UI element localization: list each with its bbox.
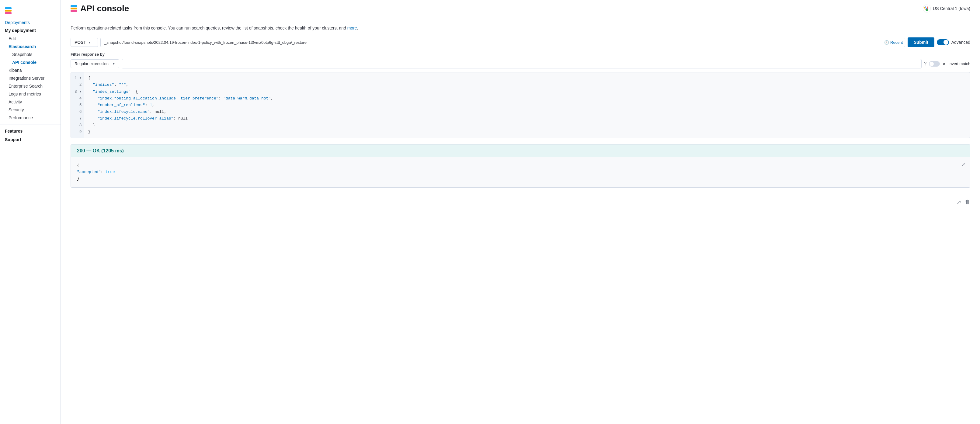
response-section: 200 — OK (1205 ms) { "accepted": true } … <box>70 144 970 187</box>
response-line-3: } <box>77 176 964 182</box>
line-num-3: 3 ▾ <box>75 89 81 95</box>
help-icon[interactable]: ? <box>924 61 927 67</box>
sidebar-item-elasticsearch[interactable]: Elasticsearch <box>0 43 60 51</box>
sidebar-item-kibana[interactable]: Kibana <box>0 66 60 74</box>
code-line-6: "index.lifecycle.name": null, <box>88 109 966 115</box>
url-input[interactable] <box>100 38 905 47</box>
response-line-1: { <box>77 162 964 169</box>
line-num-2: 2 <box>75 81 81 88</box>
sidebar-item-performance[interactable]: Performance <box>0 114 60 122</box>
external-link-icon[interactable]: ↗ <box>956 199 961 206</box>
svg-point-1 <box>926 9 928 11</box>
url-input-wrapper: 🕐 Recent <box>100 38 905 47</box>
code-line-2: "indices": "*", <box>88 81 966 88</box>
page-title: API console <box>80 4 129 13</box>
sidebar: Deployments My deployment Edit Elasticse… <box>0 0 61 424</box>
sidebar-item-snapshots[interactable]: Snapshots <box>0 51 60 59</box>
line-num-9: 9 <box>75 129 81 135</box>
trash-icon[interactable]: 🗑 <box>965 199 970 206</box>
method-select[interactable]: POST ▼ <box>70 38 98 47</box>
filter-section: Filter response by Regular expression ▼ … <box>70 52 970 68</box>
advanced-toggle-switch[interactable] <box>937 39 949 45</box>
main-content: API console US Central 1 (Iowa) Perform … <box>61 0 980 424</box>
code-editor[interactable]: 1 ▾ 2 3 ▾ 4 5 6 7 8 9 { "indices": "*", … <box>70 72 970 138</box>
line-num-7: 7 <box>75 115 81 122</box>
elastic-logo-main-icon <box>70 5 77 12</box>
bottom-toolbar: ↗ 🗑 <box>61 195 980 209</box>
line-num-4: 4 <box>75 95 81 102</box>
clock-icon: 🕐 <box>884 40 889 45</box>
response-accepted-key: "accepted" <box>77 170 101 174</box>
response-body-content: { "accepted": true } <box>77 162 964 182</box>
description-end: . <box>357 25 358 30</box>
region-text: US Central 1 (Iowa) <box>933 6 970 11</box>
api-bar: POST ▼ 🕐 Recent Submit Advanced <box>70 37 970 47</box>
content-area: Perform operations-related tasks from th… <box>61 17 980 195</box>
submit-button[interactable]: Submit <box>908 37 934 47</box>
code-line-8: } <box>88 122 966 129</box>
response-status: 200 — OK (1205 ms) <box>71 145 970 157</box>
invert-toggle-wrapper: ✕ Invert match <box>929 61 970 67</box>
description-start: Perform operations-related tasks from th… <box>70 25 347 30</box>
code-line-5: "number_of_replicas": 1, <box>88 102 966 109</box>
region-badge: US Central 1 (Iowa) <box>923 4 970 13</box>
sidebar-features-heading[interactable]: Features <box>0 127 60 135</box>
gcp-icon <box>923 4 931 13</box>
filter-label: Filter response by <box>70 52 970 57</box>
response-body: { "accepted": true } ⤢ <box>71 157 970 187</box>
sidebar-logo <box>0 5 60 19</box>
code-line-1: { <box>88 75 966 81</box>
sidebar-item-edit[interactable]: Edit <box>0 35 60 43</box>
method-label: POST <box>75 40 86 45</box>
elastic-logo-icon <box>5 7 56 14</box>
description-text: Perform operations-related tasks from th… <box>70 25 970 31</box>
filter-bar: Regular expression ▼ ? ✕ Invert match <box>70 59 970 68</box>
line-num-6: 6 <box>75 109 81 115</box>
sidebar-support-heading[interactable]: Support <box>0 135 60 144</box>
invert-label: Invert match <box>948 62 970 66</box>
filter-chevron-icon: ▼ <box>112 62 115 65</box>
code-lines: { "indices": "*", "index_settings": { "i… <box>84 72 970 138</box>
advanced-label: Advanced <box>951 40 970 45</box>
code-line-4: "index.routing.allocation.include._tier_… <box>88 95 966 102</box>
filter-type-label: Regular expression <box>75 62 108 66</box>
line-numbers: 1 ▾ 2 3 ▾ 4 5 6 7 8 9 <box>71 72 84 138</box>
code-line-3: "index_settings": { <box>88 89 966 95</box>
sidebar-item-integrations-server[interactable]: Integrations Server <box>0 74 60 82</box>
expand-icon[interactable]: ⤢ <box>961 161 965 169</box>
sidebar-item-activity[interactable]: Activity <box>0 98 60 106</box>
description-more-link[interactable]: more <box>347 25 357 30</box>
sidebar-item-enterprise-search[interactable]: Enterprise Search <box>0 82 60 90</box>
response-line-2: "accepted": true <box>77 169 964 176</box>
invert-toggle-switch[interactable] <box>929 61 940 67</box>
code-line-9: } <box>88 129 966 135</box>
line-num-5: 5 <box>75 102 81 109</box>
top-header: API console US Central 1 (Iowa) <box>61 0 980 17</box>
advanced-toggle-area: Advanced <box>937 39 970 45</box>
recent-label: Recent <box>890 40 903 45</box>
sidebar-item-api-console[interactable]: API console <box>0 59 60 66</box>
sidebar-deployments-link[interactable]: Deployments <box>0 19 60 26</box>
close-icon[interactable]: ✕ <box>942 62 946 66</box>
chevron-down-icon: ▼ <box>88 41 91 44</box>
page-title-area: API console <box>70 4 129 13</box>
code-content: 1 ▾ 2 3 ▾ 4 5 6 7 8 9 { "indices": "*", … <box>71 72 970 138</box>
line-num-8: 8 <box>75 122 81 129</box>
code-line-7: "index.lifecycle.rollover_alias": null <box>88 115 966 122</box>
sidebar-divider <box>0 124 60 124</box>
response-actions: ⤢ <box>961 161 965 169</box>
svg-point-2 <box>924 7 925 8</box>
filter-type-select[interactable]: Regular expression ▼ <box>70 59 119 68</box>
sidebar-item-security[interactable]: Security <box>0 106 60 114</box>
sidebar-my-deployment[interactable]: My deployment <box>0 26 60 35</box>
response-accepted-value: true <box>105 170 115 174</box>
filter-input[interactable] <box>122 59 921 68</box>
sidebar-item-logs-metrics[interactable]: Logs and metrics <box>0 90 60 98</box>
recent-button[interactable]: 🕐 Recent <box>884 40 903 45</box>
line-num-1: 1 ▾ <box>75 75 81 81</box>
